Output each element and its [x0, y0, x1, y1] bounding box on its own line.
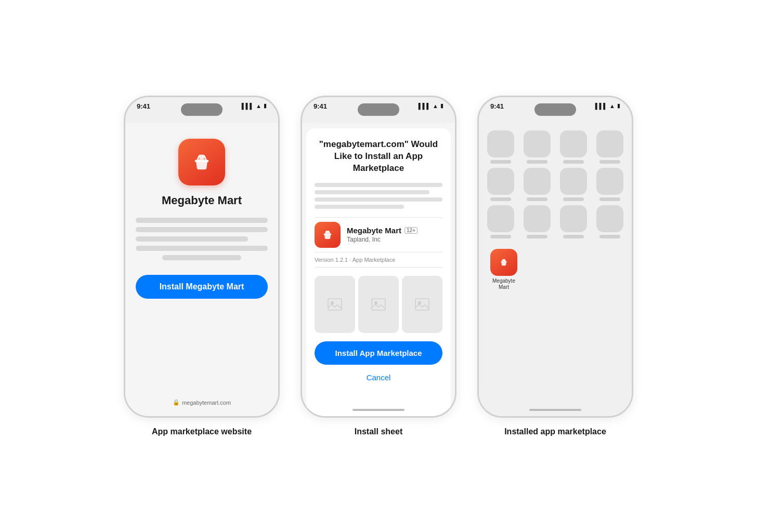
- wifi-icon: ▲: [256, 103, 262, 109]
- desc-line: [315, 183, 442, 187]
- wifi-icon-3: ▲: [609, 103, 615, 109]
- grid-row-1: [485, 130, 625, 164]
- phone-2-label: Install sheet: [355, 427, 402, 436]
- grid-cell: [485, 130, 516, 164]
- app-info-name: Megabyte Mart 12+: [347, 226, 442, 235]
- image-placeholder-icon-2: [371, 298, 386, 311]
- app-icon-large-1: [178, 139, 225, 185]
- status-icons-2: ▌▌▌ ▲ ▮: [419, 102, 443, 109]
- desc-line: [315, 190, 429, 194]
- battery-icon-2: ▮: [440, 102, 443, 109]
- cancel-button[interactable]: Cancel: [315, 370, 442, 385]
- grid-cell: [485, 205, 516, 238]
- install-marketplace-button[interactable]: Install App Marketplace: [315, 341, 442, 365]
- divider-placeholder: [315, 267, 442, 268]
- phone-1: 9:41 ▌▌▌ ▲ ▮ Megabyte Mar: [124, 96, 280, 418]
- scene: 9:41 ▌▌▌ ▲ ▮ Megabyte Mar: [124, 96, 633, 436]
- grid-cell: [521, 205, 553, 238]
- grid-cell: [485, 168, 516, 201]
- grid-cell: [594, 168, 625, 201]
- phone-2: 9:41 ▌▌▌ ▲ ▮ "megabytemart.com" Would Li…: [301, 96, 456, 418]
- svg-point-1: [198, 158, 200, 159]
- grid-cell: [594, 130, 625, 164]
- svg-rect-10: [501, 261, 507, 262]
- phone-2-screen: "megabytemart.com" Would Like to Install…: [302, 123, 455, 416]
- bottom-url: 🔒 megabytemart.com: [125, 399, 278, 406]
- app-name-1: Megabyte Mart: [162, 194, 242, 207]
- phone-1-container: 9:41 ▌▌▌ ▲ ▮ Megabyte Mar: [124, 96, 280, 436]
- image-placeholder-icon-3: [415, 298, 429, 311]
- screenshot-3: [402, 276, 442, 333]
- install-megabyte-mart-button[interactable]: Install Megabyte Mart: [136, 275, 268, 299]
- phone-3: 9:41 ▌▌▌ ▲ ▮: [477, 96, 633, 418]
- dynamic-island-1: [181, 103, 223, 116]
- screenshot-2: [358, 276, 399, 333]
- basket-svg-1: [189, 149, 215, 175]
- desc-line: [315, 197, 442, 202]
- age-badge: 12+: [404, 227, 417, 234]
- placeholder-line: [162, 255, 241, 260]
- signal-icon: ▌▌▌: [242, 103, 254, 109]
- sheet-desc-lines: [315, 183, 442, 209]
- basket-svg-2: [320, 228, 335, 242]
- phone-3-container: 9:41 ▌▌▌ ▲ ▮: [477, 96, 633, 436]
- placeholder-line: [136, 218, 268, 223]
- home-indicator-3: [529, 409, 581, 411]
- screenshots-row: [315, 276, 442, 333]
- version-text: Version 1.2.1 · App Marketplace: [315, 257, 442, 263]
- status-time-3: 9:41: [490, 102, 504, 110]
- placeholder-line: [136, 227, 268, 232]
- dynamic-island-3: [534, 103, 576, 116]
- grid-cell: [521, 168, 553, 201]
- svg-rect-3: [324, 233, 332, 234]
- svg-point-2: [203, 158, 205, 159]
- lock-icon: 🔒: [173, 399, 180, 406]
- svg-rect-4: [328, 299, 342, 310]
- grid-row-3: [485, 205, 625, 238]
- phone-3-label: Installed app marketplace: [504, 427, 606, 436]
- app-info-text: Megabyte Mart 12+ Tapland, Inc: [347, 226, 442, 243]
- placeholder-line: [136, 236, 248, 242]
- grid-row-2: [485, 168, 625, 201]
- signal-icon-2: ▌▌▌: [419, 103, 430, 109]
- grid-cell: [521, 130, 553, 164]
- svg-point-5: [331, 301, 334, 304]
- svg-rect-0: [195, 160, 209, 162]
- grid-cell: [594, 205, 625, 238]
- grid-cell: [558, 168, 589, 201]
- home-indicator-2: [353, 409, 404, 411]
- phone-1-label: App marketplace website: [152, 427, 252, 436]
- grid-cell: [558, 130, 589, 164]
- svg-point-9: [418, 301, 421, 304]
- desc-line: [315, 205, 404, 209]
- dynamic-island-2: [358, 103, 399, 116]
- status-icons-3: ▌▌▌ ▲ ▮: [595, 102, 620, 109]
- placeholder-lines-1: [136, 218, 268, 260]
- battery-icon: ▮: [264, 102, 267, 109]
- megabyte-mart-installed-cell[interactable]: Megabyte Mart: [490, 249, 517, 290]
- battery-icon-3: ▮: [617, 102, 620, 109]
- image-placeholder-icon-1: [328, 298, 342, 311]
- wifi-icon-2: ▲: [433, 103, 438, 109]
- placeholder-line: [136, 246, 268, 251]
- status-time-1: 9:41: [137, 102, 150, 110]
- app-info-row: Megabyte Mart 12+ Tapland, Inc: [315, 217, 442, 252]
- svg-rect-6: [372, 299, 385, 310]
- phone-1-screen: Megabyte Mart Install Megabyte Mart 🔒 me…: [125, 123, 278, 416]
- phone-3-screen: Megabyte Mart: [479, 123, 632, 416]
- app-icon-small-2: [315, 222, 341, 248]
- screenshot-1: [315, 276, 355, 333]
- sheet-title: "megabytemart.com" Would Like to Install…: [315, 139, 442, 175]
- status-time-2: 9:41: [314, 102, 327, 110]
- basket-svg-installed: [498, 257, 510, 268]
- installed-app-row: Megabyte Mart: [485, 249, 625, 290]
- grid-cell: [558, 205, 589, 238]
- megabyte-mart-home-label: Megabyte Mart: [492, 278, 515, 290]
- megabyte-mart-icon[interactable]: [490, 249, 517, 276]
- status-icons-1: ▌▌▌ ▲ ▮: [242, 102, 267, 109]
- app-developer: Tapland, Inc: [347, 236, 442, 243]
- phone-2-container: 9:41 ▌▌▌ ▲ ▮ "megabytemart.com" Would Li…: [301, 96, 456, 436]
- signal-icon-3: ▌▌▌: [595, 103, 607, 109]
- svg-point-7: [374, 301, 377, 304]
- install-sheet: "megabytemart.com" Would Like to Install…: [306, 128, 451, 416]
